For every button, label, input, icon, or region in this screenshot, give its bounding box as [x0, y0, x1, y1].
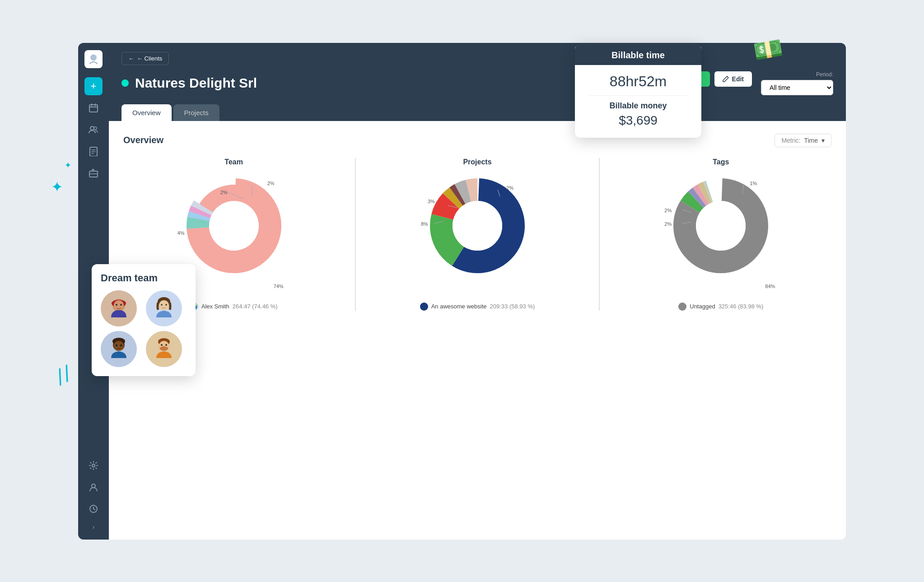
chart-divider-1 — [355, 158, 356, 311]
period-label: Period: — [816, 71, 833, 78]
billable-time-popup: Billable time 88hr52m Billable money $3,… — [575, 43, 701, 138]
svg-point-25 — [159, 300, 169, 310]
projects-donut-chart — [423, 172, 532, 280]
team-label-2b: 2% — [267, 181, 275, 186]
tab-projects[interactable]: Projects — [173, 104, 219, 121]
projects-chart-title: Projects — [463, 158, 491, 166]
projects-donut-hole — [453, 201, 502, 251]
projects-chart-section: Projects 2% 3% — [367, 158, 588, 311]
tags-donut-hole — [696, 201, 746, 251]
metric-chevron-icon: ▾ — [821, 137, 825, 144]
sparkle-decoration: ✦ — [51, 178, 63, 196]
metric-selector[interactable]: Metric: Time ▾ — [775, 134, 831, 147]
edit-button[interactable]: Edit — [714, 71, 752, 87]
chart-divider-2 — [599, 158, 600, 311]
team-legend-value: 264:47 (74.46 %) — [233, 303, 278, 310]
svg-point-30 — [114, 341, 124, 351]
client-status-dot — [121, 79, 129, 87]
metric-label: Metric: — [781, 137, 800, 144]
svg-point-37 — [165, 344, 167, 346]
team-donut-chart — [180, 172, 288, 280]
billable-money-label: Billable money — [589, 101, 687, 111]
breadcrumb-button[interactable]: ← ← Clients — [121, 52, 169, 65]
tags-chart-title: Tags — [713, 158, 729, 166]
svg-rect-1 — [89, 105, 98, 112]
billable-time-value: 88hr52m — [589, 73, 687, 96]
projects-label-3: 3% — [428, 199, 435, 204]
svg-point-2 — [90, 126, 94, 130]
client-info-row: Natures Delight Srl Report Edit — [121, 71, 833, 95]
tags-legend-name: Untagged — [690, 303, 715, 310]
projects-label-2: 2% — [506, 185, 513, 191]
overview-title: Overview — [123, 135, 163, 145]
billable-popup-title: Billable time — [575, 46, 701, 65]
sidebar-item-team[interactable] — [84, 121, 103, 139]
sidebar-item-settings[interactable] — [84, 456, 103, 475]
svg-point-7 — [92, 484, 95, 488]
avatar-1 — [101, 290, 137, 326]
team-legend-item: 🌍 Alex Smith 264:47 (74.46 %) — [190, 303, 278, 311]
header: ← ← Clients Natures Delight Srl Report — [109, 43, 846, 121]
sidebar-item-briefcase[interactable] — [84, 164, 103, 182]
svg-point-6 — [92, 464, 95, 467]
client-name-group: Natures Delight Srl — [121, 75, 257, 91]
deco-lines: ╱╱ — [53, 365, 74, 386]
avatars-grid — [101, 290, 187, 367]
avatar-4 — [146, 331, 182, 367]
projects-legend-value: 209:33 (58.93 %) — [490, 303, 535, 310]
charts-row: Team — [123, 158, 831, 311]
client-name: Natures Delight Srl — [135, 75, 257, 91]
tabs-row: Overview Projects — [121, 104, 833, 121]
tags-chart-section: Tags 84% 2% 2% — [611, 158, 831, 311]
money-icon: 💵 — [751, 33, 785, 65]
team-chart-title: Team — [224, 158, 243, 166]
tab-overview[interactable]: Overview — [121, 104, 172, 121]
sidebar-bottom: › — [84, 456, 103, 532]
add-button[interactable]: + — [84, 77, 103, 95]
team-donut-hole — [209, 201, 259, 251]
breadcrumb-label: ← Clients — [137, 55, 162, 62]
edit-button-label: Edit — [732, 75, 744, 83]
projects-label-8: 8% — [421, 221, 428, 227]
dream-team-title: Dream team — [101, 272, 187, 284]
sidebar-item-profile[interactable] — [84, 478, 103, 496]
breadcrumb-arrow: ← — [128, 55, 134, 62]
svg-point-22 — [120, 304, 122, 306]
tags-label-2a: 2% — [664, 208, 672, 213]
sidebar-collapse-button[interactable]: › — [88, 521, 99, 532]
svg-point-26 — [161, 304, 163, 306]
team-label-2a: 2% — [220, 190, 228, 195]
svg-point-27 — [165, 304, 167, 306]
billable-money-value: $3,699 — [589, 113, 687, 128]
main-content: ← ← Clients Natures Delight Srl Report — [109, 43, 846, 540]
svg-point-0 — [90, 54, 97, 61]
tags-legend-value: 325:46 (83.98 %) — [719, 303, 764, 310]
team-label-4: 4% — [177, 230, 185, 236]
app-logo[interactable] — [84, 50, 103, 68]
period-group: Period: All time — [761, 71, 833, 95]
svg-point-21 — [116, 304, 117, 306]
sidebar-item-history[interactable] — [84, 500, 103, 518]
team-legend-name: Alex Smith — [201, 303, 229, 310]
svg-point-31 — [116, 345, 117, 346]
projects-legend-name: An awesome website — [431, 303, 487, 310]
avatar-3 — [101, 331, 137, 367]
avatar-2 — [146, 290, 182, 326]
sparkle-decoration-2: ✦ — [65, 160, 71, 170]
tags-label-84: 84% — [765, 284, 775, 289]
period-select[interactable]: All time — [761, 80, 833, 95]
metric-value: Time — [804, 137, 818, 144]
tags-legend-item: Untagged 325:46 (83.98 %) — [678, 303, 763, 311]
sidebar-item-calendar[interactable] — [84, 99, 103, 117]
projects-legend-item: An awesome website 209:33 (58.93 %) — [420, 303, 535, 311]
tags-donut-chart — [667, 172, 775, 280]
svg-point-36 — [161, 344, 163, 346]
sidebar-item-reports[interactable] — [84, 142, 103, 160]
tags-label-2b: 2% — [664, 221, 672, 227]
svg-point-32 — [120, 345, 122, 346]
dream-team-popup: Dream team — [92, 264, 196, 376]
team-label-74: 74% — [274, 284, 284, 289]
content-area: Overview Metric: Time ▾ Team — [109, 121, 846, 323]
overview-header: Overview Metric: Time ▾ — [123, 134, 831, 147]
breadcrumb-row: ← ← Clients — [121, 52, 833, 65]
